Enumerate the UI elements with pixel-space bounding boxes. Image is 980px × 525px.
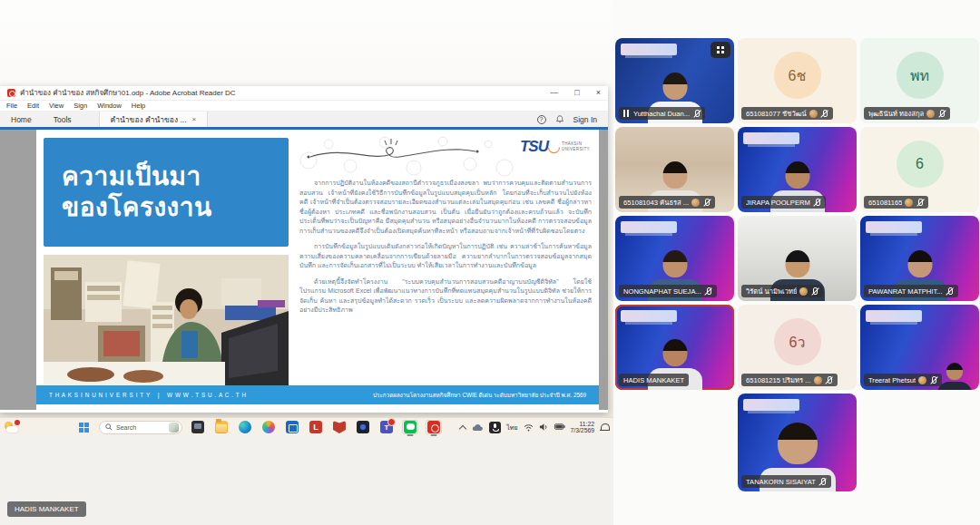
reaction-icon: [926, 110, 935, 118]
mic-off-icon: [937, 109, 946, 119]
document-body: จากการปฏิบัติงานในห้องคดีของสถานีตำรวจภู…: [299, 179, 592, 322]
l-app-icon[interactable]: L: [309, 421, 322, 433]
tab-tools[interactable]: Tools: [43, 112, 83, 127]
participant-name: Yutthachai Duan...: [633, 110, 690, 118]
dark-app-icon[interactable]: [357, 421, 369, 433]
wifi-icon[interactable]: [524, 423, 534, 432]
speaker-icon[interactable]: [539, 423, 549, 432]
footer-separator: |: [158, 392, 160, 398]
pdf-workspace[interactable]: ความเป็นมา ของโครงงาน: [0, 130, 608, 410]
notifications-icon[interactable]: [600, 423, 609, 433]
search-label: Search: [116, 424, 165, 431]
document-heading-line2: ของโครงงาน: [62, 192, 289, 223]
mic-off-icon: [820, 109, 828, 119]
reaction-icon: [799, 287, 808, 296]
mic-off-icon: [929, 375, 937, 385]
participant-name: TANAKORN SISAIYAT: [746, 478, 816, 486]
acrobat-taskbar-icon[interactable]: [427, 421, 440, 433]
close-button[interactable]: ×: [596, 89, 601, 97]
help-icon[interactable]: ?: [537, 115, 546, 124]
menu-window[interactable]: Window: [97, 102, 122, 110]
reaction-icon: [809, 110, 818, 118]
participant-name-pill: HADIS MANKAKET: [619, 374, 689, 386]
footer-right-text: ประกวดผลงานโครงงานสหกิจศึกษา CWIE ดีเด่น…: [373, 391, 586, 400]
mic-off-icon: [813, 198, 821, 208]
menu-help[interactable]: Help: [132, 102, 145, 110]
microsoft-store-icon[interactable]: [286, 421, 299, 433]
participant-tile[interactable]: วิรัตน์ นามิพเวทย์: [738, 216, 857, 301]
edge-browser-icon[interactable]: [239, 421, 251, 433]
battery-icon[interactable]: [554, 423, 565, 431]
tray-chevron-icon[interactable]: [459, 424, 466, 431]
mic-off-icon: [818, 477, 827, 487]
mic-off-icon: [704, 287, 712, 297]
search-daily-image[interactable]: [169, 423, 179, 433]
tsu-logo: TSU◡ THAKSIN UNIVERSITY: [520, 137, 590, 156]
copilot-icon[interactable]: [262, 421, 275, 433]
mcafee-icon[interactable]: [333, 421, 346, 433]
participant-name: Treerat Phetsut: [868, 376, 916, 384]
tsu-logo-text: TSU: [520, 138, 548, 155]
document-heading-line1: ความเป็นมา: [62, 161, 289, 192]
tab-document[interactable]: คำนำของ คำนำของ ... ×: [99, 112, 209, 127]
teams-icon[interactable]: T: [380, 421, 393, 433]
participant-name-pill: 651081043 คันธรส ...: [619, 196, 715, 209]
participant-name: PAWANRAT MATPHIT...: [868, 287, 943, 296]
file-explorer-icon[interactable]: [215, 421, 228, 433]
decorative-swirl: [298, 133, 528, 177]
participant-tile[interactable]: JIRAPA POOLPERM: [738, 127, 857, 212]
restore-button[interactable]: □: [574, 89, 579, 97]
participant-tile[interactable]: 651081043 คันธรส ...: [615, 127, 734, 212]
language-indicator[interactable]: ไทย: [506, 423, 517, 433]
participant-tile[interactable]: 6 651081165: [860, 127, 979, 212]
app-dark-utility-icon[interactable]: [191, 421, 204, 433]
participant-name-pill: วิรัตน์ นามิพเวทย์: [741, 285, 823, 297]
participant-tile[interactable]: Treerat Phetsut: [860, 305, 979, 390]
clock-time: 11:22: [571, 421, 594, 428]
bell-icon[interactable]: [555, 114, 564, 124]
onedrive-icon[interactable]: [471, 423, 484, 432]
avatar: 6ว: [774, 318, 821, 365]
search-input[interactable]: Search: [99, 421, 182, 434]
tab-close-icon[interactable]: ×: [192, 115, 197, 123]
participant-name: วิรัตน์ นามิพเวทย์: [746, 286, 797, 297]
minimize-button[interactable]: —: [550, 89, 558, 97]
mic-off-icon: [916, 198, 924, 208]
participant-name-pill: Treerat Phetsut: [864, 374, 942, 386]
participant-tile[interactable]: Yutthachai Duan...: [615, 38, 734, 123]
menu-view[interactable]: View: [49, 102, 64, 110]
participant-tile[interactable]: 6ช 651081077 ชัชวัฒน์: [738, 38, 857, 123]
line-app-icon[interactable]: [404, 421, 416, 433]
sign-in-button[interactable]: Sign In: [573, 115, 597, 124]
clock[interactable]: 11:22 7/3/2569: [571, 421, 594, 434]
participant-tile[interactable]: 6ว 651081215 ปริมทร ...: [738, 305, 857, 390]
participant-name: 651081077 ชัชวัฒน์: [746, 108, 807, 119]
mic-off-icon: [702, 198, 710, 208]
search-icon: [105, 423, 113, 431]
participant-name-pill: JIRAPA POOLPERM: [741, 196, 826, 209]
start-button[interactable]: [78, 422, 90, 433]
reaction-icon: [814, 376, 822, 384]
gallery-view-button[interactable]: [710, 42, 730, 58]
document-footer-bar: T H A K S I N U N I V E R S I T Y | W W …: [36, 385, 599, 404]
menu-edit[interactable]: Edit: [27, 102, 39, 110]
participant-name-pill: NONGNAPHAT SUEJA...: [619, 285, 717, 297]
participant-tile[interactable]: HADIS MANKAKET: [615, 305, 734, 390]
participant-tile[interactable]: NONGNAPHAT SUEJA...: [615, 216, 734, 301]
widgets-weather-icon[interactable]: [4, 420, 20, 434]
tab-home[interactable]: Home: [0, 112, 43, 127]
menu-file[interactable]: File: [6, 102, 17, 110]
participant-name: NONGNAPHAT SUEJA...: [623, 287, 701, 296]
acrobat-titlebar: คำนำของ คำนำของ สหกิจศึกษา01.odp - Adobe…: [0, 86, 608, 101]
clock-date: 7/3/2569: [571, 427, 594, 434]
participant-tile[interactable]: PAWANRAT MATPHIT...: [860, 216, 979, 301]
participant-name: 651081165: [868, 199, 902, 207]
participant-tile[interactable]: พท พุฒธินันท์ ทองสกุล: [860, 38, 979, 123]
document-heading-box: ความเป็นมา ของโครงงาน: [44, 138, 289, 247]
participant-tile[interactable]: TANAKORN SISAIYAT: [738, 394, 857, 491]
participant-name-pill: พุฒธินันท์ ทองสกุล: [864, 107, 950, 120]
mic-in-use-tray-icon[interactable]: [489, 422, 501, 433]
participant-name-pill: PAWANRAT MATPHIT...: [864, 285, 958, 297]
menu-sign[interactable]: Sign: [74, 102, 87, 110]
participant-name-pill: 651081165: [864, 196, 928, 209]
